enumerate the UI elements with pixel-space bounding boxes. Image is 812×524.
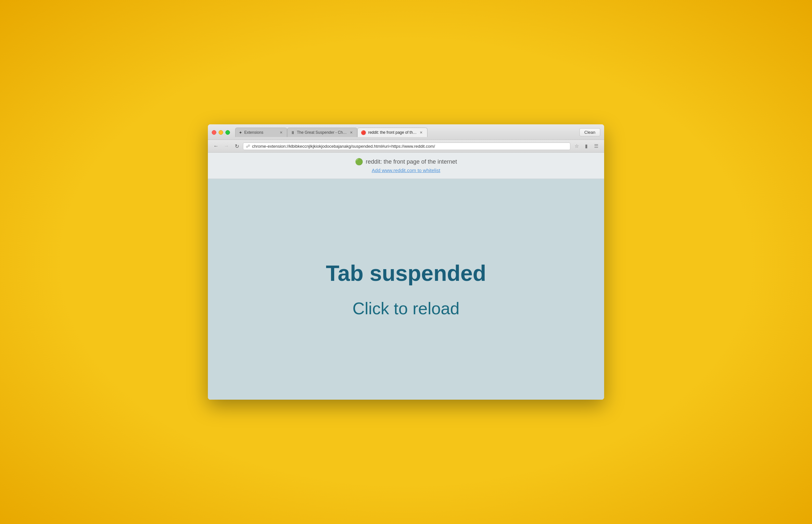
page-content[interactable]: Tab suspended Click to reload <box>208 179 604 400</box>
reload-button[interactable]: ↻ <box>232 142 241 150</box>
page-icon: ☍ <box>246 144 250 149</box>
title-bar: ✦ Extensions ✕ ⏸ The Great Suspender - C… <box>208 124 604 140</box>
address-bar[interactable]: ☍ chrome-extension://klbibkeccnjlkjkiokj… <box>243 143 570 150</box>
tab-extensions-close[interactable]: ✕ <box>278 130 283 135</box>
address-text: chrome-extension://klbibkeccnjlkjkiokjod… <box>252 144 567 149</box>
tab-great-suspender[interactable]: ⏸ The Great Suspender - Ch… ✕ <box>287 128 357 137</box>
clean-button[interactable]: Clean <box>580 128 600 136</box>
close-button[interactable] <box>212 130 216 135</box>
tabs-container: ✦ Extensions ✕ ⏸ The Great Suspender - C… <box>235 128 580 137</box>
extensions-icon: ✦ <box>239 130 242 135</box>
nav-actions: ☆ ▮ ☰ <box>572 142 600 150</box>
tab-great-suspender-label: The Great Suspender - Ch… <box>297 130 346 135</box>
minimize-button[interactable] <box>218 130 223 135</box>
maximize-button[interactable] <box>225 130 230 135</box>
reddit-favicon-icon: 🔴 <box>361 130 366 135</box>
reddit-icon: 🟢 <box>355 158 363 166</box>
site-title: 🟢 reddit: the front page of the internet <box>213 158 599 166</box>
tab-reddit[interactable]: 🔴 reddit: the front page of th… ✕ <box>357 128 427 137</box>
forward-button[interactable]: → <box>222 142 231 150</box>
traffic-lights <box>212 130 230 135</box>
back-button[interactable]: ← <box>212 142 220 150</box>
suspended-title: Tab suspended <box>326 260 486 286</box>
star-button[interactable]: ☆ <box>572 142 581 150</box>
whitelist-link[interactable]: Add www.reddit.com to whitelist <box>372 167 440 173</box>
great-suspender-icon: ⏸ <box>291 130 295 135</box>
site-title-text: reddit: the front page of the internet <box>366 159 457 165</box>
browser-window: ✦ Extensions ✕ ⏸ The Great Suspender - C… <box>208 124 604 400</box>
menu-button[interactable]: ☰ <box>592 142 600 150</box>
tab-great-suspender-close[interactable]: ✕ <box>348 130 354 135</box>
nav-bar: ← → ↻ ☍ chrome-extension://klbibkeccnjlk… <box>208 140 604 152</box>
new-tab-button[interactable] <box>429 128 438 137</box>
tab-extensions[interactable]: ✦ Extensions ✕ <box>235 128 287 137</box>
page-header: 🟢 reddit: the front page of the internet… <box>208 152 604 179</box>
extensions-button[interactable]: ▮ <box>582 142 590 150</box>
tab-reddit-label: reddit: the front page of th… <box>368 130 417 135</box>
tab-extensions-label: Extensions <box>244 130 276 135</box>
title-bar-top: ✦ Extensions ✕ ⏸ The Great Suspender - C… <box>212 128 600 137</box>
reload-text: Click to reload <box>353 299 459 318</box>
tab-reddit-close[interactable]: ✕ <box>419 130 424 135</box>
